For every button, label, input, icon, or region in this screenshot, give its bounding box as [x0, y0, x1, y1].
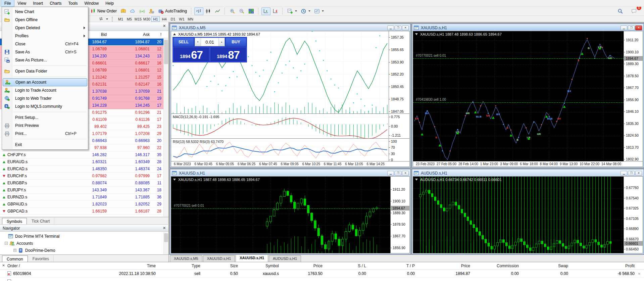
chat-button[interactable]: 1: [630, 7, 639, 15]
file-menu-item[interactable]: Open Offline: [2, 16, 88, 24]
tree-expander-icon[interactable]: [5, 242, 8, 245]
menu-item[interactable]: File: [1, 0, 14, 6]
order-line[interactable]: [171, 208, 390, 209]
chart-tab[interactable]: XAUUSD.s,H1: [203, 255, 235, 262]
volume-decrease-icon[interactable]: ▼: [195, 38, 201, 46]
time-column-header[interactable]: Time: [59, 264, 158, 268]
market-watch-tab[interactable]: Symbols: [2, 218, 27, 225]
navigator-tab[interactable]: Favorites: [28, 255, 54, 262]
ask-column-header[interactable]: Ask: [107, 32, 150, 37]
chart-titlebar[interactable]: XAUUSD.s,H1 ▁ ❐ ✕: [171, 170, 410, 176]
chart-titlebar[interactable]: AUDUSD.s,H1 ▁ ❐ ✕: [413, 170, 643, 176]
menu-item[interactable]: Help: [102, 0, 117, 6]
minimize-icon[interactable]: ▁: [621, 26, 627, 30]
market-watch-row[interactable]: GBPAUD.s 1.82023 1.82052 29: [0, 201, 163, 208]
size-column-header[interactable]: Size: [202, 264, 240, 268]
spread-column-header[interactable]: !: [150, 32, 163, 37]
search-button[interactable]: [616, 7, 625, 15]
market-watch-row[interactable]: EURCHF.s 0.97982 0.97999 17: [0, 173, 163, 180]
file-menu-item[interactable]: Open Deleted: [2, 24, 88, 32]
market-watch-row[interactable]: EURNZD.s 1.71849 1.71885 36: [0, 194, 163, 201]
minimize-icon[interactable]: ▁: [621, 171, 627, 176]
volume-increase-icon[interactable]: ▲: [218, 38, 225, 46]
file-menu-item[interactable]: 5 Login to MQL5.community: [2, 102, 88, 110]
sl-column-header[interactable]: S / L: [325, 264, 368, 268]
close-order-icon[interactable]: ✕: [638, 272, 641, 275]
market-watch-tab[interactable]: Tick Chart: [27, 218, 54, 224]
buy-price-tile[interactable]: 189487: [210, 47, 246, 62]
rsi-pane[interactable]: RSI(13) 58.5332 RSI(3) 63.7470: [171, 139, 389, 162]
timeframe-button[interactable]: M5: [125, 16, 134, 22]
timeframe-button[interactable]: H4: [160, 16, 168, 22]
macd-pane[interactable]: MACD(12,26,9) -0.191 -1.695: [171, 114, 389, 139]
order-column-header[interactable]: Order /: [0, 264, 59, 268]
toolbar-dropdown-button[interactable]: [312, 7, 326, 15]
chart-shift-button[interactable]: [261, 7, 270, 15]
file-menu-item[interactable]: Print Preview: [2, 122, 88, 130]
menu-item[interactable]: Insert: [30, 0, 46, 6]
price-scale[interactable]: 1911.201900.101889.301878.501867.701856.…: [624, 31, 643, 162]
close-icon[interactable]: ✕: [162, 24, 167, 29]
commission-column-header[interactable]: Commission: [472, 264, 521, 268]
price-scale[interactable]: 1911.201900.101889.301878.501867.701856.…: [390, 177, 409, 253]
toolbar-dropdown-button[interactable]: [299, 7, 312, 15]
file-menu-item[interactable]: Open an Account: [3, 78, 87, 86]
toolbar-button[interactable]: [147, 7, 156, 15]
file-menu-item[interactable]: Save As Picture...: [2, 56, 88, 64]
file-menu-item[interactable]: Save As Ctrl+S: [2, 48, 88, 56]
timeframe-button[interactable]: MN: [186, 16, 195, 22]
navigator-tree-item[interactable]: DooPrime-Demo: [0, 247, 168, 254]
current-price-column-header[interactable]: Price: [417, 264, 472, 268]
market-watch-row[interactable]: EURGBP.s 0.88074 0.88085 11: [0, 180, 163, 187]
time-axis[interactable]: 6 Mar 20236 Mar 03:456 Mar 05:056 Mar 06…: [171, 161, 409, 167]
file-menu-item[interactable]: Profiles: [2, 32, 88, 40]
menu-item[interactable]: Window: [81, 0, 102, 6]
menu-item[interactable]: Tools: [65, 0, 81, 6]
close-icon[interactable]: ✕: [402, 171, 409, 176]
menu-item[interactable]: View: [14, 0, 30, 6]
timeframe-button[interactable]: D1: [169, 16, 177, 22]
chart-window-xauusd-h1[interactable]: XAUUSD.s,H1 ▁ ❐ ✕ SXBXSBLBHRBLBSXBXSBLBH…: [412, 24, 644, 168]
scrollbar-thumb[interactable]: [164, 233, 168, 242]
timeframe-button[interactable]: H1: [151, 16, 160, 22]
swap-column-header[interactable]: Swap: [521, 264, 570, 268]
chart-type-button[interactable]: [194, 7, 203, 15]
restore-icon[interactable]: ❐: [395, 26, 401, 30]
file-menu-item[interactable]: Print... Ctrl+P: [2, 130, 88, 138]
toolbar-button[interactable]: [119, 7, 128, 15]
sell-button[interactable]: SELL: [173, 38, 194, 46]
tp-column-header[interactable]: T / P: [368, 264, 417, 268]
order-row[interactable]: 65019804 2022.11.18 10:38:50 sell 0.50 x…: [0, 270, 644, 278]
chart-window-xauusd-m5[interactable]: XAUUSD.s,M5 ▁ ❐ ✕ MACD(12,26,9) -0.191 -…: [170, 24, 411, 168]
file-menu-item[interactable]: Login to Trade Account: [2, 86, 88, 94]
price-plot[interactable]: SXBXSBLBHRBLBSXBXSBLBHRBLBSXBXSBLBHR: [413, 31, 625, 162]
volume-value[interactable]: 0.01: [201, 38, 218, 46]
macd-scale[interactable]: 0.7750.00-1.211: [389, 114, 409, 139]
market-watch-row[interactable]: EURJPY.s 143.349 143.367 18: [0, 187, 163, 194]
price-plot[interactable]: [171, 177, 392, 253]
autotrading-button[interactable]: AutoTrading: [156, 7, 189, 15]
minimize-icon[interactable]: ▁: [387, 26, 394, 30]
order-row-partial[interactable]: [0, 278, 644, 281]
chart-window-audusd-h1[interactable]: AUDUSD.s,H1 ▁ ❐ ✕ AUDUSD.s,H1 0.66734 0.…: [412, 169, 644, 254]
symbols-dropdown-button[interactable]: [97, 16, 110, 22]
timeframe-button[interactable]: M30: [143, 16, 151, 22]
chart-type-button[interactable]: [204, 7, 213, 15]
navigator-tree-item[interactable]: Doo Prime MT4 Terminal: [0, 233, 168, 240]
bid-column-header[interactable]: Bid: [86, 32, 107, 37]
toolbar-drag-handle[interactable]: [112, 17, 114, 21]
market-watch-row[interactable]: CHFJPY.s 146.282 146.317 35: [0, 151, 163, 158]
chart-tab[interactable]: XAUUSD.s,M5: [170, 255, 202, 262]
profit-column-header[interactable]: Profit: [570, 264, 644, 268]
market-watch-row[interactable]: EURCAD.s 1.46350 1.46374 24: [0, 166, 163, 173]
file-menu-item[interactable]: Exit: [2, 141, 88, 149]
chart-titlebar[interactable]: XAUUSD.s,H1 ▁ ❐ ✕: [413, 25, 643, 31]
market-watch-row[interactable]: EURAUD.s 1.60321 1.60349 28: [0, 158, 163, 166]
file-menu-item[interactable]: Print Setup...: [2, 113, 88, 122]
price-scale[interactable]: 1857.351855.651853.901852.201850.451848.…: [389, 31, 409, 114]
close-icon[interactable]: ✕: [402, 26, 409, 30]
file-menu-item[interactable]: Open Data Folder: [2, 67, 88, 75]
close-icon[interactable]: ✕: [162, 226, 167, 231]
file-menu-item[interactable]: Login to Web Trader: [2, 94, 88, 102]
time-axis[interactable]: 23 Feb 202327 Feb 05:0028 Feb 14:001 Mar…: [413, 161, 643, 167]
